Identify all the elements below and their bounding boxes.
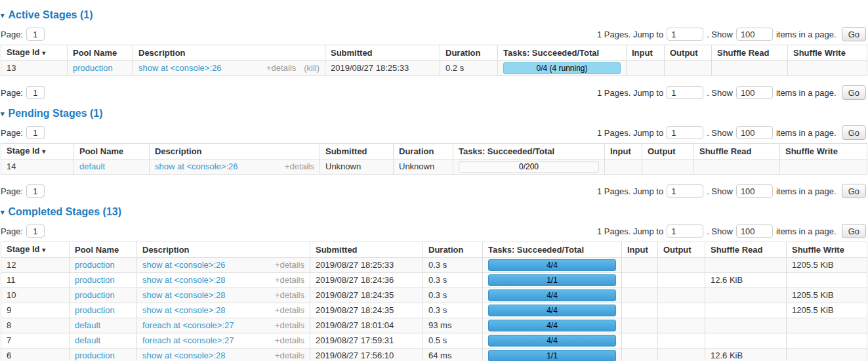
pool-name-link[interactable]: production: [75, 350, 115, 360]
col-tasks[interactable]: Tasks: Succeeded/Total: [453, 144, 604, 159]
page-number-input[interactable]: [26, 28, 45, 41]
tasks-cell: 4/4: [482, 318, 621, 333]
details-toggle[interactable]: +details: [266, 63, 296, 73]
stage-row: 9productionshow at <console>:28+details2…: [1, 303, 867, 318]
pool-name-cell: production: [69, 272, 136, 287]
description-link[interactable]: show at <console>:26: [142, 261, 225, 270]
tasks-progress-label: 4/4: [489, 335, 615, 346]
completed-stages-heading[interactable]: ▾Completed Stages (13): [1, 206, 867, 218]
col-input[interactable]: Input: [604, 144, 642, 159]
go-button[interactable]: Go: [842, 27, 866, 41]
description-link[interactable]: show at <console>:28: [142, 351, 225, 360]
active-stages-table: Stage Id ▾ Pool Name Description Submitt…: [1, 45, 867, 76]
shuffle-read-cell: 12.6 KiB: [705, 272, 786, 287]
col-pool-name[interactable]: Pool Name: [73, 144, 149, 159]
details-toggle[interactable]: +details: [275, 320, 304, 330]
go-button[interactable]: Go: [842, 85, 866, 100]
description-link[interactable]: show at <console>:28: [142, 291, 225, 300]
col-duration[interactable]: Duration: [423, 242, 482, 257]
go-button[interactable]: Go: [842, 125, 866, 140]
page-number-input[interactable]: [26, 224, 45, 238]
col-shuffle-write[interactable]: Shuffle Write: [787, 45, 867, 60]
items-per-page-input[interactable]: [736, 224, 773, 238]
description-link[interactable]: show at <console>:26: [138, 64, 221, 73]
description-link[interactable]: show at <console>:28: [142, 276, 225, 285]
details-toggle[interactable]: +details: [275, 335, 304, 345]
col-output[interactable]: Output: [642, 144, 693, 159]
col-output[interactable]: Output: [664, 45, 711, 60]
col-description[interactable]: Description: [136, 242, 310, 257]
tasks-progress-bar: 4/4: [488, 320, 616, 331]
pending-stages-heading[interactable]: ▾Pending Stages (1): [1, 108, 867, 119]
items-per-page-input[interactable]: [736, 126, 773, 139]
active-stages-heading[interactable]: ▾Active Stages (1): [1, 9, 867, 21]
go-button[interactable]: Go: [842, 224, 866, 238]
tasks-progress-bar: 4/4: [488, 305, 616, 316]
col-duration[interactable]: Duration: [440, 45, 497, 60]
details-toggle[interactable]: +details: [275, 350, 304, 360]
col-shuffle-write[interactable]: Shuffle Write: [779, 144, 867, 159]
col-input[interactable]: Input: [626, 45, 664, 60]
jump-to-page-input[interactable]: [667, 224, 703, 238]
col-description[interactable]: Description: [133, 45, 325, 60]
page-number-input[interactable]: [26, 86, 45, 99]
kill-link[interactable]: (kill): [304, 63, 320, 73]
go-button[interactable]: Go: [842, 184, 866, 198]
col-shuffle-read[interactable]: Shuffle Read: [705, 242, 786, 257]
jump-to-page-input[interactable]: [667, 86, 703, 99]
details-toggle[interactable]: +details: [285, 161, 314, 171]
pool-name-link[interactable]: production: [75, 260, 115, 270]
page-number-input[interactable]: [26, 126, 45, 139]
pool-name-link[interactable]: default: [79, 161, 105, 171]
output-cell: [642, 159, 693, 174]
details-toggle[interactable]: +details: [275, 275, 304, 285]
details-toggle[interactable]: +details: [275, 260, 304, 270]
col-tasks[interactable]: Tasks: Succeeded/Total: [482, 242, 621, 257]
pending-stages-table: Stage Id ▾ Pool Name Description Submitt…: [1, 143, 867, 175]
col-shuffle-read[interactable]: Shuffle Read: [693, 144, 779, 159]
description-link[interactable]: show at <console>:26: [155, 162, 238, 171]
col-pool-name[interactable]: Pool Name: [69, 242, 136, 257]
col-stage-id[interactable]: Stage Id ▾: [1, 144, 73, 159]
items-per-page-input[interactable]: [736, 28, 773, 41]
col-pool-name[interactable]: Pool Name: [67, 45, 133, 60]
description-link[interactable]: show at <console>:28: [142, 306, 225, 315]
pool-name-cell: production: [69, 257, 136, 272]
shuffle-write-cell: [786, 272, 867, 287]
tasks-progress-bar: 1/1: [488, 274, 616, 286]
details-toggle[interactable]: +details: [275, 290, 304, 300]
stage-id-cell: 8: [1, 318, 69, 333]
page-number-input[interactable]: [26, 184, 45, 198]
tasks-progress-label: 1/1: [489, 350, 615, 361]
col-description[interactable]: Description: [149, 144, 320, 159]
items-per-page-input[interactable]: [736, 184, 773, 198]
pool-name-link[interactable]: production: [73, 63, 113, 73]
output-cell: [657, 257, 705, 272]
col-output[interactable]: Output: [657, 242, 705, 257]
pool-name-link[interactable]: default: [75, 335, 100, 345]
pool-name-link[interactable]: production: [75, 305, 115, 315]
pool-name-link[interactable]: default: [75, 320, 100, 330]
col-duration[interactable]: Duration: [393, 144, 453, 159]
pool-name-link[interactable]: production: [75, 290, 115, 300]
details-toggle[interactable]: +details: [275, 305, 304, 315]
tasks-cell: 4/4: [482, 287, 621, 303]
col-input[interactable]: Input: [621, 242, 657, 257]
jump-to-page-input[interactable]: [667, 184, 703, 198]
col-stage-id[interactable]: Stage Id ▾: [1, 242, 69, 257]
col-shuffle-write[interactable]: Shuffle Write: [786, 242, 867, 257]
col-submitted[interactable]: Submitted: [325, 45, 440, 60]
description-link[interactable]: foreach at <console>:27: [142, 336, 234, 345]
pool-name-link[interactable]: production: [75, 275, 115, 285]
items-per-page-input[interactable]: [736, 86, 773, 99]
col-shuffle-read[interactable]: Shuffle Read: [711, 45, 787, 60]
col-tasks[interactable]: Tasks: Succeeded/Total: [497, 45, 626, 60]
jump-to-page-input[interactable]: [667, 126, 703, 139]
col-submitted[interactable]: Submitted: [310, 242, 423, 257]
duration-cell: 0.3 s: [423, 303, 482, 318]
col-stage-id[interactable]: Stage Id ▾: [1, 45, 67, 60]
submitted-cell: Unknown: [320, 159, 393, 174]
jump-to-page-input[interactable]: [667, 28, 703, 41]
description-link[interactable]: foreach at <console>:27: [142, 321, 234, 330]
col-submitted[interactable]: Submitted: [320, 144, 393, 159]
